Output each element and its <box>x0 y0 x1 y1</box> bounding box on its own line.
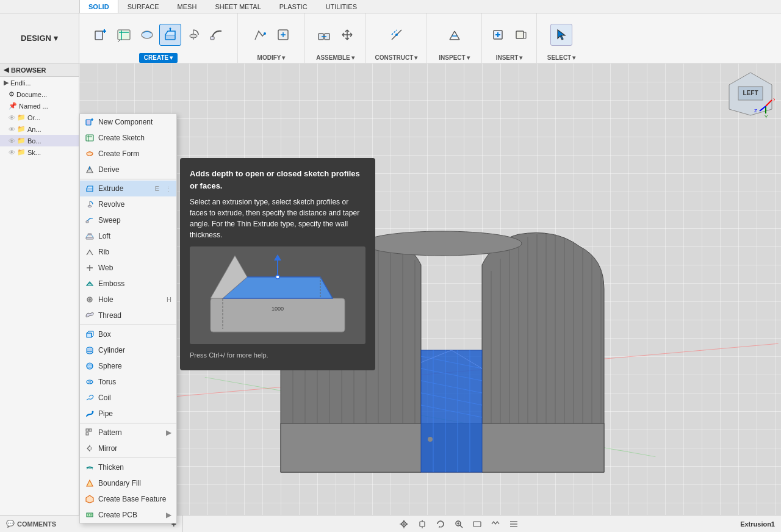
menu-revolve-label: Revolve <box>98 200 124 209</box>
menu-pipe[interactable]: Pipe <box>80 406 176 422</box>
menu-loft[interactable]: Loft <box>80 228 176 244</box>
design-label: DESIGN <box>21 34 51 43</box>
menu-sweep[interactable]: Sweep <box>80 212 176 228</box>
construct-chevron-icon: ▾ <box>414 54 417 61</box>
hole-icon <box>85 295 95 304</box>
construct-group-label[interactable]: CONSTRUCT ▾ <box>372 53 422 63</box>
emboss-icon <box>85 279 95 289</box>
menu-create-base-feature-label: Create Base Feature <box>98 495 166 503</box>
svg-rect-0 <box>95 31 103 40</box>
tool-modify-1[interactable] <box>249 24 271 46</box>
menu-new-component[interactable]: New Component <box>80 114 176 130</box>
modify-group-label[interactable]: MODIFY ▾ <box>254 53 289 63</box>
menu-cylinder[interactable]: Cylinder <box>80 342 176 358</box>
browser-header[interactable]: ◀ BROWSER <box>0 63 79 77</box>
sidebar-item-0[interactable]: ▶ Endli... <box>0 77 79 88</box>
tab-utilities[interactable]: UTILITIES <box>317 0 366 13</box>
tool-extrude[interactable] <box>159 24 181 46</box>
tab-plastic[interactable]: PLASTIC <box>270 0 317 13</box>
tool-create-sketch[interactable] <box>113 24 135 46</box>
menu-thicken-label: Thicken <box>98 463 124 472</box>
nav-cube[interactable]: LEFT X Y Z <box>726 70 775 118</box>
tool-modify-2[interactable] <box>272 24 294 46</box>
coil-icon <box>85 393 95 403</box>
tab-mesh[interactable]: MESH <box>168 0 206 13</box>
tool-revolve[interactable] <box>182 24 204 46</box>
assemble-group-label[interactable]: ASSEMBLE ▾ <box>312 53 358 63</box>
tool-insert-2[interactable] <box>510 24 532 46</box>
boundary-fill-icon <box>85 478 95 488</box>
menu-thread[interactable]: Thread <box>80 307 176 323</box>
tool-new-component[interactable] <box>90 24 112 46</box>
sidebar-item-2[interactable]: 📌 Named ... <box>0 100 79 112</box>
svg-rect-23 <box>516 31 524 38</box>
sidebar-label-0: Endli... <box>10 79 31 87</box>
extrude-more-icon[interactable]: ⋮ <box>165 185 171 192</box>
select-group-label[interactable]: SELECT ▾ <box>544 53 579 63</box>
menu-box[interactable]: Box <box>80 326 176 342</box>
inspect-chevron-icon: ▾ <box>467 54 470 61</box>
menu-sphere[interactable]: Sphere <box>80 358 176 374</box>
sidebar-item-1[interactable]: ⚙ Docume... <box>0 88 79 100</box>
top-tab-bar: SOLID SURFACE MESH SHEET METAL PLASTIC U… <box>0 0 781 13</box>
svg-marker-10 <box>169 27 171 29</box>
svg-text:Y: Y <box>765 114 768 118</box>
inspect-group-label[interactable]: INSPECT ▾ <box>435 53 473 63</box>
svg-marker-119 <box>439 526 441 528</box>
menu-emboss[interactable]: Emboss <box>80 276 176 292</box>
bottom-tool-view[interactable] <box>470 517 484 531</box>
tool-create-form[interactable] <box>136 24 158 46</box>
comments-label: COMMENTS <box>17 520 56 528</box>
tool-sweep[interactable] <box>206 24 228 46</box>
tool-insert-1[interactable] <box>487 24 509 46</box>
menu-coil[interactable]: Coil <box>80 390 176 406</box>
menu-create-sketch[interactable]: Create Sketch <box>80 130 176 146</box>
menu-extrude[interactable]: Extrude E ⋮ <box>80 181 176 196</box>
modify-icons <box>248 13 295 53</box>
sidebar-item-5[interactable]: 👁 📁 Bo... <box>0 135 79 146</box>
sidebar-item-6[interactable]: 👁 📁 Sk... <box>0 146 79 158</box>
tool-construct-1[interactable] <box>386 24 408 46</box>
tool-inspect-1[interactable] <box>444 24 466 46</box>
menu-rib[interactable]: Rib <box>80 244 176 260</box>
sidebar-label-5: Bo... <box>27 137 41 145</box>
menu-create-form[interactable]: Create Form <box>80 146 176 162</box>
tab-solid[interactable]: SOLID <box>79 0 118 13</box>
create-group-label[interactable]: CREATE ▾ <box>139 53 178 63</box>
tool-assemble-move[interactable] <box>336 24 358 46</box>
folder-icon-3: 📁 <box>17 113 26 121</box>
svg-rect-82 <box>86 221 88 223</box>
design-button[interactable]: DESIGN ▾ <box>0 13 79 63</box>
insert-group-label[interactable]: INSERT ▾ <box>492 53 527 63</box>
menu-hole[interactable]: Hole H <box>80 292 176 307</box>
bottom-tool-pan[interactable] <box>415 517 430 531</box>
menu-thicken[interactable]: Thicken <box>80 459 176 475</box>
menu-create-sketch-label: Create Sketch <box>98 134 145 142</box>
rib-icon <box>85 247 95 257</box>
construct-icons <box>384 13 409 53</box>
bottom-tool-grid[interactable] <box>397 517 411 531</box>
thread-icon <box>85 311 95 320</box>
create-dropdown-menu: New Component Create Sketch Create Form … <box>79 113 177 523</box>
tool-select-1[interactable] <box>550 24 572 46</box>
menu-pattern[interactable]: Pattern ▶ <box>80 425 176 440</box>
menu-create-base-feature[interactable]: Create Base Feature <box>80 491 176 507</box>
menu-revolve[interactable]: Revolve <box>80 196 176 212</box>
tab-sheet-metal[interactable]: SHEET METAL <box>206 0 270 13</box>
menu-derive[interactable]: Derive <box>80 162 176 178</box>
sidebar-item-3[interactable]: 👁 📁 Or... <box>0 112 79 123</box>
bottom-tool-display[interactable] <box>488 517 503 531</box>
menu-web[interactable]: Web <box>80 260 176 276</box>
bottom-tool-zoom[interactable] <box>452 517 466 531</box>
bottom-tool-rotate[interactable] <box>433 517 448 531</box>
bottom-tool-settings[interactable] <box>506 517 521 531</box>
tool-assemble-1[interactable] <box>313 24 335 46</box>
menu-boundary-fill[interactable]: Boundary Fill <box>80 475 176 491</box>
tab-surface[interactable]: SURFACE <box>118 0 168 13</box>
menu-mirror[interactable]: Mirror <box>80 440 176 456</box>
menu-create-pcb[interactable]: Create PCB ▶ <box>80 507 176 523</box>
sidebar-item-4[interactable]: 👁 📁 An... <box>0 123 79 135</box>
menu-torus[interactable]: Torus <box>80 374 176 390</box>
svg-rect-102 <box>86 429 88 431</box>
sphere-icon <box>85 361 95 371</box>
